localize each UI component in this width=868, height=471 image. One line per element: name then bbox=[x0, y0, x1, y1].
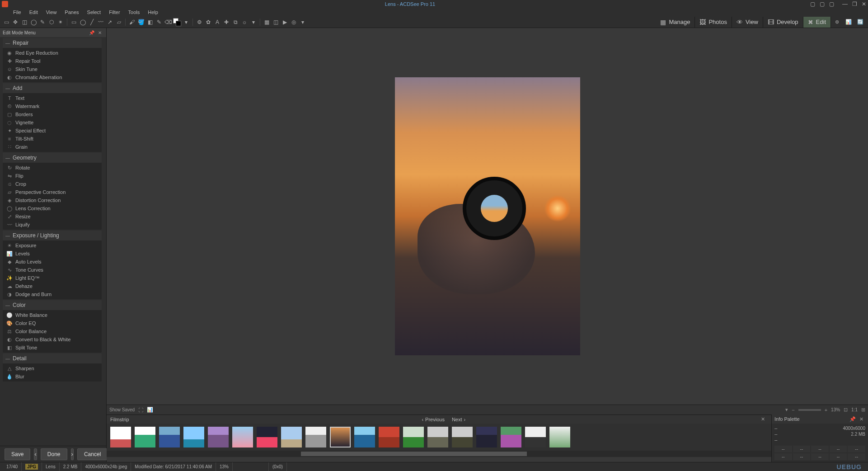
thumb-9[interactable] bbox=[305, 427, 326, 447]
thumb-6[interactable] bbox=[232, 427, 253, 447]
tool-dehaze[interactable]: ☁Dehaze bbox=[3, 282, 102, 290]
edit-menu[interactable]: —Repair◉Red Eye Reduction✚Repair Tool☺Sk… bbox=[0, 37, 106, 446]
split-icon[interactable]: ◫ bbox=[272, 18, 280, 26]
zoom-slider[interactable] bbox=[798, 409, 821, 411]
arrow-shape-icon[interactable]: ↗ bbox=[106, 18, 114, 26]
tool-repair-tool[interactable]: ✚Repair Tool bbox=[3, 57, 102, 65]
thumb-3[interactable] bbox=[159, 427, 180, 447]
thumb-13[interactable] bbox=[403, 427, 424, 447]
tool-color-eq[interactable]: 🎨Color EQ bbox=[3, 319, 102, 327]
selection-tool-icon[interactable]: ▭ bbox=[2, 18, 10, 26]
tool-levels[interactable]: 📊Levels bbox=[3, 250, 102, 258]
tool-vignette[interactable]: ◌Vignette bbox=[3, 118, 102, 127]
tool-auto-levels[interactable]: ◆Auto Levels bbox=[3, 258, 102, 266]
cancel-button[interactable]: Cancel bbox=[77, 448, 108, 460]
polygon-shape-icon[interactable]: ▱ bbox=[115, 18, 123, 26]
tool-lens-correction[interactable]: ◯Lens Correction bbox=[3, 204, 102, 212]
tool-convert-to-black-white[interactable]: ◐Convert to Black & White bbox=[3, 335, 102, 344]
close-window-icon[interactable]: ✕ bbox=[862, 1, 866, 7]
gradient-tool-icon[interactable]: ◧ bbox=[146, 18, 154, 26]
thumb-7[interactable] bbox=[257, 427, 277, 447]
effect-tool-icon[interactable]: ☼ bbox=[240, 18, 249, 26]
thumb-5[interactable] bbox=[208, 427, 229, 447]
eyedropper-tool-icon[interactable]: ✎ bbox=[155, 18, 163, 26]
thumb-2[interactable] bbox=[135, 427, 155, 447]
tool-exposure[interactable]: ☀Exposure bbox=[3, 241, 102, 250]
prev-button[interactable]: ‹Previous bbox=[418, 417, 448, 422]
tool-split-tone[interactable]: ◧Split Tone bbox=[3, 344, 102, 352]
tool-liquify[interactable]: 〰Liquify bbox=[3, 221, 102, 229]
rect-shape-icon[interactable]: ▭ bbox=[70, 18, 78, 26]
thumb-14[interactable] bbox=[427, 427, 448, 447]
marquee-tool-icon[interactable]: ◫ bbox=[20, 18, 28, 26]
wand-tool-icon[interactable]: ✴ bbox=[56, 18, 65, 26]
zoom-in-icon[interactable]: + bbox=[825, 407, 827, 413]
thumb-8[interactable] bbox=[281, 427, 302, 447]
mode-edit[interactable]: ✖Edit bbox=[803, 17, 831, 28]
eraser-tool-icon[interactable]: ⌫ bbox=[164, 18, 172, 26]
navigator-icon[interactable]: ⊞ bbox=[861, 407, 865, 413]
thumb-19[interactable] bbox=[549, 427, 570, 447]
thumb-15[interactable] bbox=[452, 427, 473, 447]
tool-crop[interactable]: ⟃Crop bbox=[3, 180, 102, 188]
tool-flip[interactable]: ⇋Flip bbox=[3, 172, 102, 180]
info-close-icon[interactable]: ✕ bbox=[858, 416, 865, 422]
histogram-icon[interactable]: 📊 bbox=[147, 407, 153, 413]
poly-lasso-tool-icon[interactable]: ⬡ bbox=[47, 18, 56, 26]
section-header-geometry[interactable]: —Geometry bbox=[3, 153, 102, 163]
tool-grain[interactable]: ∷Grain bbox=[3, 143, 102, 151]
thumb-1[interactable] bbox=[110, 427, 131, 447]
mode-photos[interactable]: 🖼Photos bbox=[695, 17, 732, 28]
tool-white-balance[interactable]: ⚪White Balance bbox=[3, 311, 102, 319]
done-button[interactable]: Done bbox=[41, 448, 67, 460]
minimize-icon[interactable]: — bbox=[842, 1, 848, 7]
sync-button[interactable]: 🔄 bbox=[854, 16, 866, 28]
tool-rotate[interactable]: ↻Rotate bbox=[3, 164, 102, 172]
grid-icon[interactable]: ▦ bbox=[263, 18, 271, 26]
section-header-repair[interactable]: —Repair bbox=[3, 38, 102, 48]
gear-icon[interactable]: ⚙ bbox=[195, 18, 203, 26]
tool-blur[interactable]: 💧Blur bbox=[3, 372, 102, 381]
menu-file[interactable]: File bbox=[9, 9, 25, 15]
workspace-3-icon[interactable]: ▢ bbox=[829, 1, 834, 7]
tool-watermark[interactable]: ©Watermark bbox=[3, 102, 102, 110]
mode-manage[interactable]: ▦Manage bbox=[656, 17, 695, 28]
fill-tool-icon[interactable]: 🪣 bbox=[137, 18, 145, 26]
tool-chromatic-aberration[interactable]: ◐Chromatic Aberration bbox=[3, 73, 102, 81]
section-header-exposure-lighting[interactable]: —Exposure / Lighting bbox=[3, 231, 102, 240]
tool-tilt-shift[interactable]: ≡Tilt-Shift bbox=[3, 135, 102, 143]
mode-develop[interactable]: 🎞Develop bbox=[763, 17, 803, 28]
healing-tool-icon[interactable]: ✚ bbox=[222, 18, 230, 26]
mode-view[interactable]: 👁View bbox=[732, 17, 763, 28]
menu-select[interactable]: Select bbox=[83, 9, 105, 15]
fullscreen-icon[interactable]: ⛶ bbox=[138, 407, 143, 413]
thumb-11[interactable] bbox=[354, 427, 375, 447]
tool-borders[interactable]: ▢Borders bbox=[3, 110, 102, 118]
section-header-detail[interactable]: —Detail bbox=[3, 353, 102, 363]
workspace-2-icon[interactable]: ▢ bbox=[820, 1, 825, 7]
prev-image-button[interactable]: ‹ bbox=[34, 448, 37, 460]
menu-panes[interactable]: Panes bbox=[61, 9, 83, 15]
thumb-10-active[interactable] bbox=[330, 427, 351, 447]
tool-dodge-and-burn[interactable]: ◑Dodge and Burn bbox=[3, 290, 102, 298]
tool-light-eq-[interactable]: ✨Light EQ™ bbox=[3, 274, 102, 282]
ellipse-tool-icon[interactable]: ◯ bbox=[29, 18, 38, 26]
one-to-one[interactable]: 1:1 bbox=[851, 407, 858, 412]
save-button[interactable]: Save bbox=[5, 448, 30, 460]
tool-resize[interactable]: ⤢Resize bbox=[3, 212, 102, 221]
tool-sharpen[interactable]: △Sharpen bbox=[3, 364, 102, 372]
next-image-button[interactable]: › bbox=[71, 448, 74, 460]
thumb-17[interactable] bbox=[501, 427, 521, 447]
line-shape-icon[interactable]: ╱ bbox=[88, 18, 96, 26]
target-dropdown-icon[interactable]: ▾ bbox=[299, 18, 307, 26]
thumb-12[interactable] bbox=[379, 427, 399, 447]
menu-view[interactable]: View bbox=[42, 9, 61, 15]
menu-tools[interactable]: Tools bbox=[124, 9, 144, 15]
close-panel-icon[interactable]: ✕ bbox=[96, 30, 103, 35]
fit-icon[interactable]: ⊡ bbox=[844, 407, 848, 413]
info-pin-icon[interactable]: 📌 bbox=[848, 416, 858, 422]
lasso-tool-icon[interactable]: ✎ bbox=[38, 18, 47, 26]
tool-color-balance[interactable]: ⚖Color Balance bbox=[3, 327, 102, 335]
close-filmstrip-icon[interactable]: ✕ bbox=[758, 416, 768, 422]
workspace-1-icon[interactable]: ▢ bbox=[810, 1, 815, 7]
